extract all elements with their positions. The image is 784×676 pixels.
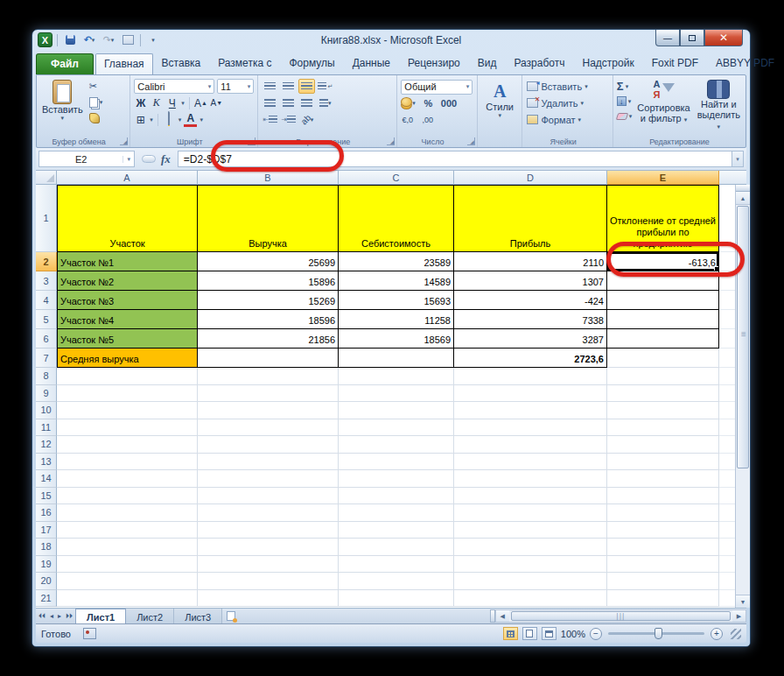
dialog-launcher-icon[interactable]	[467, 137, 475, 145]
vertical-scrollbar[interactable]: ▲ ▼	[735, 185, 750, 608]
cell-D5[interactable]: 7338	[454, 310, 607, 329]
expand-formula-bar-icon[interactable]: ▾	[732, 151, 744, 167]
cell-B8[interactable]	[198, 368, 339, 385]
tab-Данные[interactable]: Данные	[344, 53, 399, 74]
cell-C13[interactable]	[339, 454, 454, 471]
bold-button[interactable]: Ж	[134, 96, 147, 110]
scroll-left-icon[interactable]: ◀	[496, 610, 509, 622]
name-box-dropdown-icon[interactable]: ▾	[122, 156, 134, 163]
row-header-1[interactable]: 1	[36, 185, 57, 252]
cell-D1[interactable]: Прибыль	[454, 185, 607, 252]
cell-B4[interactable]: 15269	[198, 291, 339, 310]
horizontal-scrollbar[interactable]: ◀ ||| ▶	[495, 609, 746, 623]
cell-D21[interactable]	[454, 590, 607, 608]
cell-E8[interactable]	[607, 368, 719, 385]
cell-B10[interactable]	[198, 402, 339, 419]
sheet-tab-Лист1[interactable]: Лист1	[75, 609, 126, 623]
shrink-font-button[interactable]: А▼	[210, 96, 223, 110]
cell-A3[interactable]: Участок №2	[57, 271, 198, 291]
normal-view-button[interactable]	[503, 627, 518, 640]
borders-button[interactable]: ⊞	[134, 113, 147, 127]
dialog-launcher-icon[interactable]	[387, 137, 395, 145]
tab-Рецензиро[interactable]: Рецензиро	[399, 53, 469, 74]
tab-ABBYY PDF[interactable]: ABBYY PDF	[707, 53, 783, 74]
cell-C19[interactable]	[339, 556, 454, 574]
column-header-C[interactable]: C	[339, 171, 454, 185]
align-center-button[interactable]	[280, 95, 297, 110]
zoom-level[interactable]: 100%	[561, 629, 585, 639]
row-header-6[interactable]: 6	[36, 329, 57, 349]
cut-button[interactable]: ✂	[89, 80, 103, 93]
cell-C18[interactable]	[339, 539, 454, 556]
cell-E10[interactable]	[607, 402, 719, 419]
cell-A21[interactable]	[57, 590, 198, 608]
cell-D3[interactable]: 1307	[454, 271, 607, 291]
cell-E16[interactable]	[607, 504, 719, 522]
row-header-14[interactable]: 14	[36, 470, 57, 488]
number-format-combo[interactable]: Общий▾	[401, 80, 472, 95]
row-header-9[interactable]: 9	[36, 385, 57, 403]
cell-B3[interactable]: 15896	[198, 271, 339, 291]
close-button[interactable]: ✕	[704, 30, 743, 46]
cell-C12[interactable]	[339, 436, 454, 454]
cell-B18[interactable]	[198, 539, 339, 556]
format-painter-button[interactable]	[89, 111, 103, 124]
autosum-button[interactable]: Σ▾	[617, 80, 633, 93]
row-header-19[interactable]: 19	[36, 556, 57, 574]
cell-C14[interactable]	[339, 470, 454, 488]
cell-D20[interactable]	[454, 573, 607, 590]
row-header-11[interactable]: 11	[36, 419, 57, 437]
format-cells-button[interactable]: Формат▾	[524, 111, 610, 128]
cell-D16[interactable]	[454, 504, 607, 522]
split-handle[interactable]	[736, 185, 750, 192]
accounting-format-button[interactable]: ▾	[401, 96, 416, 110]
cell-E14[interactable]	[607, 470, 719, 488]
row-header-7[interactable]: 7	[36, 349, 57, 368]
tab-Надстройк[interactable]: Надстройк	[574, 53, 643, 74]
minimize-button[interactable]: —	[655, 30, 680, 46]
cell-D6[interactable]: 3287	[454, 329, 607, 349]
cell-A8[interactable]	[57, 368, 198, 385]
cell-B17[interactable]	[198, 522, 339, 539]
cell-D2[interactable]: 2110	[454, 252, 607, 271]
cell-A2[interactable]: Участок №1	[57, 252, 198, 271]
cell-D15[interactable]	[454, 488, 607, 505]
grow-font-button[interactable]: А▲	[194, 96, 207, 110]
cell-E17[interactable]	[607, 522, 719, 539]
row-header-16[interactable]: 16	[36, 504, 57, 522]
zoom-out-button[interactable]: −	[590, 628, 602, 640]
cell-D13[interactable]	[454, 454, 607, 471]
cell-A14[interactable]	[57, 470, 198, 488]
cell-A19[interactable]	[57, 556, 198, 574]
cell-D18[interactable]	[454, 539, 607, 556]
tab-Вид[interactable]: Вид	[469, 53, 506, 74]
tab-file[interactable]: Файл	[36, 53, 94, 74]
dialog-launcher-icon[interactable]	[248, 137, 256, 145]
decrease-indent-button[interactable]: ⇤	[262, 112, 278, 127]
zoom-in-button[interactable]: +	[710, 628, 723, 640]
cell-B9[interactable]	[198, 385, 339, 403]
italic-button[interactable]: К	[150, 96, 163, 110]
cell-A13[interactable]	[57, 454, 198, 471]
row-header-18[interactable]: 18	[36, 539, 57, 556]
page-break-view-button[interactable]	[542, 627, 556, 640]
column-header-A[interactable]: A	[57, 171, 198, 185]
delete-cells-button[interactable]: Удалить▾	[524, 95, 610, 111]
underline-button[interactable]: Ч	[165, 96, 178, 110]
macro-record-icon[interactable]	[83, 628, 96, 639]
zoom-slider[interactable]	[608, 632, 704, 635]
formula-input[interactable]: =D2-$D$7	[178, 151, 732, 167]
decrease-decimal-button[interactable]: ,00	[421, 113, 434, 127]
row-header-17[interactable]: 17	[36, 522, 57, 539]
row-header-20[interactable]: 20	[36, 573, 57, 590]
row-header-5[interactable]: 5	[36, 310, 57, 329]
maximize-button[interactable]	[680, 30, 704, 46]
cell-C6[interactable]: 18569	[339, 329, 454, 349]
cell-C2[interactable]: 23589	[339, 252, 454, 271]
cell-C5[interactable]: 11258	[339, 310, 454, 329]
horizontal-scroll-thumb[interactable]: |||	[511, 611, 731, 621]
sort-filter-button[interactable]: АЯ Сортировкаи фильтр ▾	[634, 78, 693, 132]
cell-C9[interactable]	[339, 385, 454, 403]
insert-worksheet-button[interactable]	[222, 609, 240, 623]
align-right-button[interactable]	[298, 95, 315, 110]
